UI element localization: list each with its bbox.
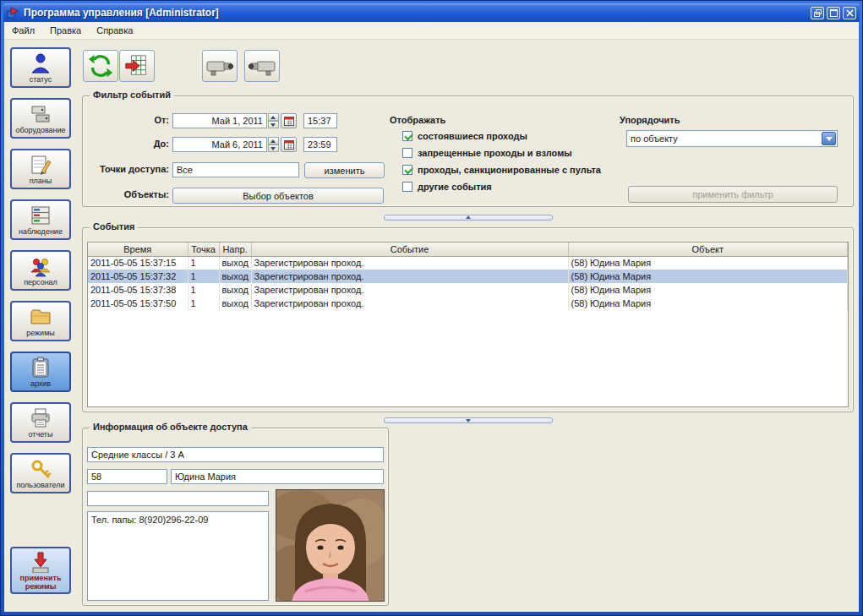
info-splitter-handle[interactable]	[384, 417, 553, 423]
cell-event: Зарегистрирован проход.	[251, 283, 568, 297]
to-date-input[interactable]: Май 6, 2011	[172, 137, 267, 152]
camera-1-button[interactable]	[202, 50, 238, 82]
main-area: Фильтр событий От: Май 1, 2011 15:37 До:…	[77, 40, 859, 612]
checkbox-forbidden-passes[interactable]: запрещенные проходы и взломы	[402, 147, 572, 159]
sidebar-item-label: отчеты	[29, 430, 53, 439]
sidebar-item-personnel[interactable]: персонал	[10, 250, 71, 291]
from-calendar-button[interactable]	[281, 113, 297, 128]
sidebar-item-modes[interactable]: режимы	[10, 301, 71, 341]
checkbox-checked-icon	[402, 165, 412, 175]
sidebar-item-archive[interactable]: архив	[10, 352, 71, 392]
table-header-row: Время Точка Напр. Событие Объект	[88, 243, 848, 256]
from-date-spinner	[268, 113, 279, 128]
apply-modes-button[interactable]: применить режимы	[10, 547, 71, 594]
sidebar-item-label: наблюдение	[19, 227, 63, 236]
combobox-value: по объекту	[631, 134, 678, 144]
app-window: Программа управления [Administrator] Фай…	[0, 0, 863, 616]
from-date-input[interactable]: Май 1, 2011	[172, 113, 267, 128]
column-header-time[interactable]: Время	[88, 243, 188, 256]
cell-event: Зарегистрирован проход.	[251, 297, 568, 310]
cell-point: 1	[188, 256, 219, 270]
export-button[interactable]	[119, 50, 155, 82]
to-date-spinner	[268, 137, 279, 152]
cell-direction: выход	[219, 297, 251, 310]
calendar-icon	[284, 116, 294, 126]
export-spreadsheet-icon	[124, 53, 150, 79]
sidebar-item-label: статус	[30, 75, 52, 84]
spin-up-button[interactable]	[268, 113, 279, 121]
display-section-header: Отображать	[390, 115, 445, 125]
apply-filter-button[interactable]: применить фильтр	[628, 186, 838, 203]
column-header-direction[interactable]: Напр.	[219, 243, 251, 256]
checkbox-console-authorized[interactable]: проходы, санкционированные с пульта	[402, 164, 601, 176]
spin-down-button[interactable]	[268, 144, 279, 152]
app-icon	[7, 6, 20, 19]
to-calendar-button[interactable]	[281, 137, 297, 152]
chevron-down-icon[interactable]	[822, 132, 836, 145]
to-label: До:	[85, 139, 169, 149]
filter-splitter-handle[interactable]	[384, 215, 553, 221]
camera-2-button[interactable]	[244, 50, 280, 82]
sidebar-item-surveillance[interactable]: наблюдение	[10, 199, 71, 240]
person-id-field[interactable]: 58	[87, 469, 167, 484]
status-person-icon	[30, 52, 52, 74]
close-button[interactable]	[843, 7, 856, 19]
window-title: Программа управления [Administrator]	[24, 7, 808, 19]
select-objects-button[interactable]: Выбор объектов	[172, 188, 384, 204]
extra-field[interactable]	[87, 491, 269, 506]
sidebar-item-status[interactable]: статус	[10, 47, 71, 88]
filter-group-title: Фильтр событий	[90, 90, 174, 100]
checkbox-label: проходы, санкционированные с пульта	[418, 165, 601, 175]
refresh-button[interactable]	[83, 50, 118, 82]
column-header-object[interactable]: Объект	[568, 243, 848, 256]
access-points-label: Точки доступа:	[85, 164, 169, 174]
sidebar-item-reports[interactable]: отчеты	[10, 402, 71, 443]
sidebar-item-users[interactable]: пользователи	[10, 453, 71, 493]
column-header-event[interactable]: Событие	[251, 243, 568, 256]
maximize-button[interactable]	[827, 7, 840, 19]
checkbox-checked-icon	[402, 131, 412, 141]
sidebar-item-label: оборудование	[15, 126, 65, 134]
objects-label: Объекты:	[85, 189, 169, 199]
sidebar-item-label: архив	[30, 379, 51, 388]
cell-object: (58) Юдина Мария	[568, 270, 848, 283]
cell-time: 2011-05-05 15:37:15	[88, 256, 188, 270]
cell-direction: выход	[219, 270, 251, 283]
cell-direction: выход	[219, 283, 251, 297]
checkbox-completed-passes[interactable]: состоявшиеся проходы	[402, 130, 527, 142]
menu-help[interactable]: Справка	[89, 23, 140, 38]
person-photo	[276, 489, 385, 602]
order-by-combobox[interactable]: по объекту	[626, 130, 838, 147]
table-row[interactable]: 2011-05-05 15:37:15 1 выход Зарегистриро…	[88, 256, 848, 270]
spin-down-button[interactable]	[268, 121, 279, 128]
spin-up-button[interactable]	[268, 137, 279, 144]
table-row[interactable]: 2011-05-05 15:37:50 1 выход Зарегистриро…	[88, 297, 848, 310]
cell-object: (58) Юдина Мария	[568, 297, 848, 310]
cell-event: Зарегистрирован проход.	[251, 256, 568, 270]
menu-file[interactable]: Файл	[4, 23, 42, 38]
column-header-point[interactable]: Точка	[188, 243, 219, 256]
table-row-selected[interactable]: 2011-05-05 15:37:32 1 выход Зарегистриро…	[88, 270, 848, 283]
table-row[interactable]: 2011-05-05 15:37:38 1 выход Зарегистриро…	[88, 283, 848, 297]
sidebar-item-equipment[interactable]: оборудование	[10, 98, 71, 139]
checkbox-other-events[interactable]: другие события	[402, 181, 492, 193]
restore-button[interactable]	[811, 7, 824, 19]
person-name-field[interactable]: Юдина Мария	[171, 469, 384, 484]
from-time-input[interactable]: 15:37	[303, 113, 337, 128]
cell-object: (58) Юдина Мария	[568, 256, 848, 270]
sidebar-item-plans[interactable]: планы	[10, 149, 71, 189]
group-class-field[interactable]: Средние классы / 3 А	[87, 447, 384, 462]
printer-icon	[30, 407, 52, 429]
change-button[interactable]: изменить	[304, 162, 385, 178]
equipment-icon	[30, 103, 52, 125]
key-icon	[30, 458, 52, 480]
notes-field[interactable]: Тел. папы: 8(920)296-22-09	[87, 511, 269, 601]
event-filter-group: Фильтр событий От: Май 1, 2011 15:37 До:…	[82, 95, 854, 207]
access-points-field[interactable]: Все	[172, 162, 299, 177]
from-label: От:	[85, 115, 169, 125]
menu-edit[interactable]: Правка	[42, 23, 89, 38]
to-time-input[interactable]: 23:59	[303, 137, 337, 152]
folder-icon	[30, 306, 52, 328]
order-section-header: Упорядочить	[620, 115, 680, 125]
info-group-title: Информация об объекте доступа	[90, 422, 251, 432]
